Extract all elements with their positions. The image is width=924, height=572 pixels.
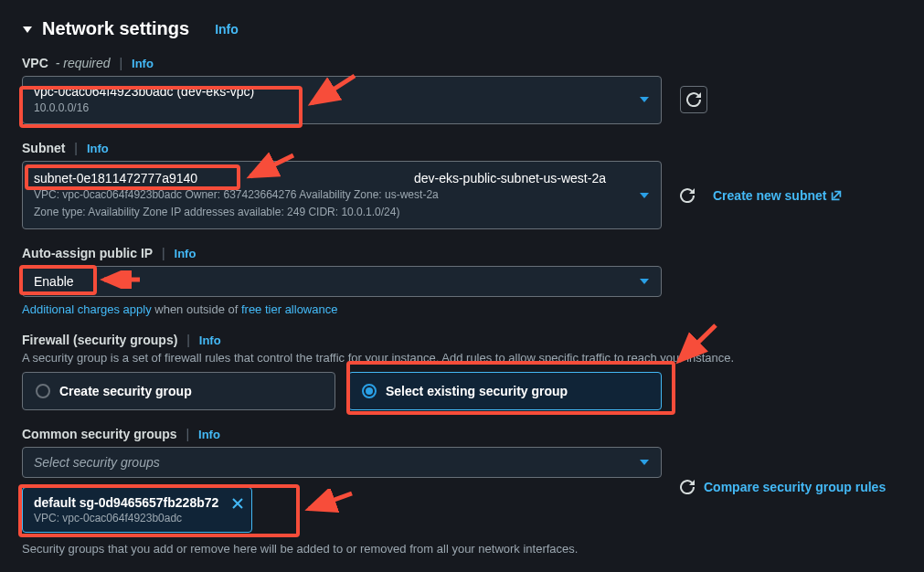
refresh-icon	[680, 480, 695, 494]
common-sg-label: Common security groups	[22, 427, 177, 441]
section-header[interactable]: Network settings Info	[22, 18, 902, 39]
autoip-label: Auto-assign public IP	[22, 246, 153, 260]
subnet-select-name: dev-eks-public-subnet-us-west-2a	[414, 171, 606, 185]
external-link-icon	[830, 189, 843, 202]
vpc-label: VPC	[22, 56, 48, 70]
chevron-down-icon	[639, 96, 650, 103]
autoip-info-link[interactable]: Info	[175, 247, 196, 260]
firewall-info-link[interactable]: Info	[199, 334, 221, 347]
firewall-label: Firewall (security groups)	[22, 333, 177, 347]
radio-icon	[36, 384, 50, 398]
common-sg-select[interactable]: Select security groups	[22, 447, 662, 478]
svg-marker-2	[640, 193, 649, 198]
svg-marker-3	[640, 279, 649, 284]
sg-refresh-button[interactable]	[680, 480, 695, 494]
select-sg-radio[interactable]: Select existing security group	[348, 372, 662, 410]
create-sg-radio[interactable]: Create security group	[22, 372, 335, 410]
svg-marker-1	[640, 97, 649, 102]
svg-marker-4	[640, 460, 649, 465]
autoip-label-row: Auto-assign public IP | Info	[22, 246, 902, 260]
vpc-info-link[interactable]: Info	[132, 57, 154, 70]
subnet-info-link[interactable]: Info	[87, 142, 109, 155]
sg-chip: default sg-0d9465657fb228b72 VPC: vpc-0c…	[22, 487, 252, 533]
chevron-down-icon	[639, 459, 650, 466]
subnet-select[interactable]: subnet-0e1811472777a9140 dev-eks-public-…	[22, 161, 662, 230]
common-sg-label-row: Common security groups | Info	[22, 427, 902, 441]
radio-icon	[362, 384, 377, 398]
autoip-footnote: Additional charges apply when outside of…	[22, 302, 902, 316]
vpc-select-sub: 10.0.0.0/16	[34, 101, 624, 116]
sg-chip-remove[interactable]	[231, 495, 244, 514]
subnet-label: Subnet	[22, 141, 65, 155]
vpc-refresh-button[interactable]	[680, 86, 707, 113]
common-sg-info-link[interactable]: Info	[198, 428, 220, 441]
subnet-select-id: subnet-0e1811472777a9140	[34, 171, 197, 185]
firewall-help: A security group is a set of firewall ru…	[22, 351, 902, 365]
subnet-label-row: Subnet | Info	[22, 141, 902, 155]
autoip-value: Enable	[34, 274, 624, 289]
chevron-down-icon	[639, 278, 650, 285]
section-title: Network settings	[42, 18, 189, 39]
vpc-select[interactable]: vpc-0cac064f4923b0adc (dev-eks-vpc) 10.0…	[22, 76, 662, 124]
create-subnet-link[interactable]: Create new subnet	[713, 188, 843, 203]
firewall-label-row: Firewall (security groups) | Info	[22, 333, 902, 347]
vpc-required: - required	[56, 56, 111, 70]
subnet-refresh-button[interactable]	[680, 188, 695, 203]
select-sg-label: Select existing security group	[386, 384, 568, 398]
subnet-select-sub1: VPC: vpc-0cac064f4923b0adc Owner: 637423…	[34, 187, 624, 203]
refresh-icon	[680, 188, 695, 203]
subnet-select-sub2: Zone type: Availability Zone IP addresse…	[34, 205, 624, 220]
refresh-icon	[686, 92, 701, 107]
common-sg-placeholder: Select security groups	[34, 455, 160, 470]
chevron-down-icon	[639, 192, 650, 199]
caret-down-icon	[22, 18, 33, 39]
sg-chip-sub: VPC: vpc-0cac064f4923b0adc	[34, 512, 218, 524]
close-icon	[231, 497, 244, 510]
charges-link[interactable]: Additional charges apply	[22, 302, 152, 316]
autoip-select[interactable]: Enable	[22, 266, 662, 297]
sg-chip-main: default sg-0d9465657fb228b72	[34, 495, 218, 510]
common-sg-footer: Security groups that you add or remove h…	[22, 542, 662, 556]
compare-sg-link[interactable]: Compare security group rules	[704, 480, 886, 494]
freetier-link[interactable]: free tier allowance	[241, 302, 338, 316]
vpc-select-value: vpc-0cac064f4923b0adc (dev-eks-vpc)	[34, 84, 624, 99]
vpc-label-row: VPC - required | Info	[22, 56, 902, 70]
create-sg-label: Create security group	[59, 384, 192, 398]
svg-marker-0	[23, 26, 32, 33]
info-link-header[interactable]: Info	[215, 22, 239, 37]
